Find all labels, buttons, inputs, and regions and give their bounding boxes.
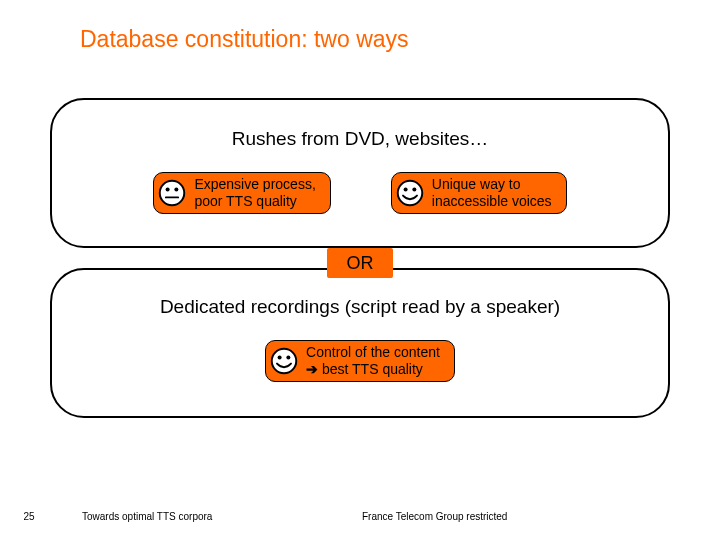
- pill-unique-text: Unique way to inaccessible voices: [432, 176, 552, 210]
- pill-control-text: Control of the content ➔ best TTS qualit…: [306, 344, 440, 378]
- slide-title: Database constitution: two ways: [80, 26, 409, 53]
- panel-dedicated: Dedicated recordings (script read by a s…: [50, 268, 670, 418]
- or-separator: OR: [327, 248, 393, 278]
- face-smile-icon: [270, 347, 298, 375]
- pill-expensive-text: Expensive process, poor TTS quality: [194, 176, 315, 210]
- pill-expensive-line1: Expensive process,: [194, 176, 315, 192]
- svg-point-7: [272, 349, 297, 374]
- svg-point-9: [286, 355, 290, 359]
- face-neutral-icon: [158, 179, 186, 207]
- svg-point-2: [175, 187, 179, 191]
- pill-row-top: Expensive process, poor TTS quality Uniq…: [52, 172, 668, 214]
- pill-unique-line1: Unique way to: [432, 176, 521, 192]
- panel-rushes: Rushes from DVD, websites… Expensive pro…: [50, 98, 670, 248]
- page-number: 25: [0, 511, 58, 522]
- face-smile-icon: [396, 179, 424, 207]
- footer-classification: France Telecom Group restricted: [362, 511, 507, 522]
- svg-point-6: [412, 187, 416, 191]
- svg-point-8: [278, 355, 282, 359]
- svg-point-1: [166, 187, 170, 191]
- pill-control-line1: Control of the content: [306, 344, 440, 360]
- pill-expensive-line2: poor TTS quality: [194, 193, 296, 209]
- svg-point-5: [403, 187, 407, 191]
- pill-row-bottom: Control of the content ➔ best TTS qualit…: [52, 340, 668, 382]
- svg-point-0: [160, 181, 185, 206]
- pill-expensive: Expensive process, poor TTS quality: [153, 172, 330, 214]
- panel-rushes-header: Rushes from DVD, websites…: [52, 100, 668, 150]
- pill-control-line2-rest: best TTS quality: [318, 361, 423, 377]
- svg-point-4: [398, 181, 423, 206]
- pill-control: Control of the content ➔ best TTS qualit…: [265, 340, 455, 382]
- pill-unique: Unique way to inaccessible voices: [391, 172, 567, 214]
- slide-footer: 25 Towards optimal TTS corpora France Te…: [0, 492, 720, 540]
- pill-unique-line2: inaccessible voices: [432, 193, 552, 209]
- arrow-right-icon: ➔: [306, 361, 318, 377]
- footer-title: Towards optimal TTS corpora: [82, 511, 302, 522]
